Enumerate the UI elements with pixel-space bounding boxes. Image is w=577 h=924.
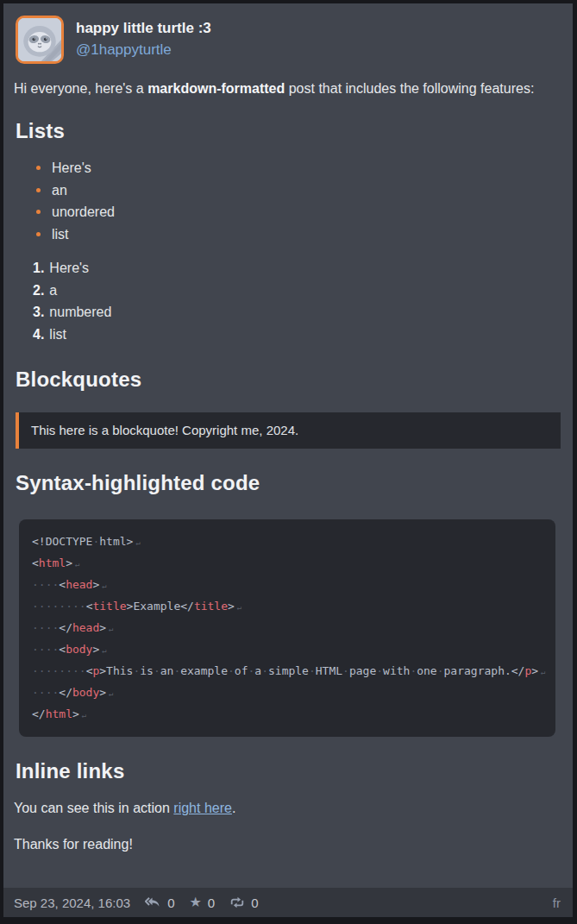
ordered-list: 1.Here's 2.a 3.numbered 4.list [33, 257, 561, 345]
list-item: 4.list [33, 324, 561, 346]
newline-icon: ↵ [82, 711, 86, 720]
code-line: ····<body>↵ [32, 639, 543, 661]
heading-code: Syntax-highlighted code [16, 471, 561, 495]
post-footer: Sep 23, 2024, 16:03 0 ★ 0 0 fr [3, 888, 573, 917]
post-card: happy little turtle :3 @1happyturtle Hi … [3, 3, 573, 917]
post-content: happy little turtle :3 @1happyturtle Hi … [3, 3, 573, 888]
right-here-link[interactable]: right here [173, 801, 232, 815]
code-line: ········<p>This·is·an·example·of·a·simpl… [32, 661, 543, 682]
boost-button[interactable]: 0 [229, 896, 258, 910]
intro-paragraph: Hi everyone, here's a markdown-formatted… [14, 78, 561, 100]
list-item-text: numbered [49, 305, 111, 319]
list-item-text: unordered [52, 201, 115, 223]
blockquote: This here is a blockquote! Copyright me,… [16, 412, 561, 449]
list-item: unordered [36, 201, 561, 223]
list-item-text: Here's [49, 261, 89, 275]
heading-blockquotes: Blockquotes [16, 368, 561, 392]
boost-count: 0 [251, 896, 258, 910]
display-name: happy little turtle :3 [76, 19, 211, 39]
list-item-text: a [49, 283, 57, 298]
newline-icon: ↵ [109, 689, 113, 698]
heading-inline-links: Inline links [16, 759, 561, 783]
newline-icon: ↵ [109, 625, 113, 633]
bullet-icon [36, 210, 41, 214]
newline-icon: ↵ [102, 646, 106, 655]
list-number: 2. [33, 283, 44, 298]
code-line: </html>↵ [32, 704, 543, 726]
code-line: ····<head>↵ [32, 575, 543, 596]
code-line: ····</body>↵ [32, 682, 543, 704]
list-item: Here's [36, 157, 561, 179]
newline-icon: ↵ [135, 538, 140, 547]
outro-paragraph: Thanks for reading! [14, 833, 561, 856]
list-item: 3.numbered [33, 301, 561, 324]
avatar[interactable] [16, 16, 64, 64]
unordered-list: Here's an unordered list [36, 157, 561, 245]
newline-icon: ↵ [75, 560, 79, 569]
boost-icon [229, 896, 245, 908]
favourite-count: 0 [208, 896, 215, 910]
timestamp: Sep 23, 2024, 16:03 [14, 896, 130, 910]
list-item: 2.a [33, 280, 561, 302]
reply-icon [145, 896, 161, 909]
list-number: 1. [33, 261, 44, 275]
favourite-button[interactable]: ★ 0 [189, 896, 215, 910]
star-icon: ★ [189, 896, 201, 909]
code-line: ····</head>↵ [32, 618, 543, 639]
link-text-start: You can see this in action [14, 801, 173, 815]
link-text-end: . [232, 801, 235, 815]
reply-count: 0 [167, 896, 174, 910]
reply-button[interactable]: 0 [145, 896, 174, 910]
code-line: <html>↵ [32, 553, 543, 575]
author-info: happy little turtle :3 @1happyturtle [76, 19, 211, 60]
list-number: 4. [33, 327, 44, 342]
intro-text-start: Hi everyone, here's a [14, 81, 147, 96]
list-item: 1.Here's [33, 257, 561, 280]
list-item-text: list [52, 223, 69, 246]
list-item: an [36, 179, 561, 202]
bullet-icon [36, 188, 41, 192]
bullet-icon [36, 232, 41, 236]
list-item: list [36, 223, 561, 246]
list-number: 3. [33, 305, 44, 319]
heading-lists: Lists [16, 119, 561, 143]
language-tag: fr [553, 896, 561, 910]
sloth-avatar-image [18, 18, 61, 61]
code-line: ········<title>Example</title>↵ [32, 596, 543, 618]
code-block: <!DOCTYPE·html>↵<html>↵····<head>↵······… [19, 519, 555, 737]
newline-icon: ↵ [541, 668, 545, 676]
list-item-text: list [49, 327, 66, 342]
bullet-icon [36, 166, 41, 170]
post-header: happy little turtle :3 @1happyturtle [16, 16, 561, 64]
link-paragraph: You can see this in action right here. [14, 797, 561, 820]
author-handle[interactable]: @1happyturtle [76, 39, 211, 61]
list-item-text: Here's [52, 157, 91, 179]
code-line: <!DOCTYPE·html>↵ [32, 531, 543, 553]
intro-bold: markdown-formatted [147, 81, 285, 96]
newline-icon: ↵ [102, 581, 106, 590]
list-item-text: an [52, 179, 67, 202]
intro-text-end: post that includes the following feature… [285, 81, 534, 96]
newline-icon: ↵ [237, 603, 241, 612]
